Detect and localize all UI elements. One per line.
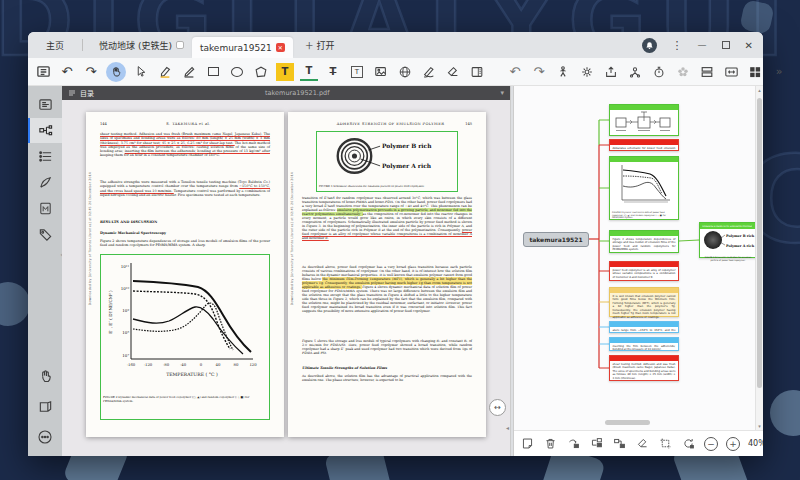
- rail-hand-icon[interactable]: [28, 364, 62, 389]
- link-globe-icon[interactable]: [396, 63, 414, 81]
- rail-markdown-note-icon[interactable]: [28, 196, 62, 221]
- text-highlight-icon[interactable]: T: [276, 63, 294, 81]
- outline-panel-icon[interactable]: [34, 63, 52, 81]
- maximize-button[interactable]: [722, 41, 730, 49]
- mindmap-vertical-scrollbar[interactable]: ▴ ▾: [755, 86, 763, 430]
- notification-icon[interactable]: [642, 38, 657, 53]
- mindmap-node-blue[interactable]: inserting the film between the adherends…: [609, 337, 679, 351]
- paragraph: shear testing method. Adhesion and was f…: [100, 132, 270, 158]
- document-filename[interactable]: takemura19521.pdf: [98, 89, 496, 97]
- settings-gear-icon[interactable]: [578, 63, 596, 81]
- eraser-icon[interactable]: [444, 63, 462, 81]
- svg-text:-120: -120: [144, 362, 153, 367]
- vertical-scroll-thumb[interactable]: [757, 98, 762, 388]
- tab-doc2-active[interactable]: takemura19521 ✕: [192, 37, 293, 58]
- mindmap-node-figure1[interactable]: [609, 104, 679, 136]
- mindmap-horizontal-scrollbar[interactable]: [514, 420, 753, 426]
- tab-doc2-close-icon[interactable]: ✕: [276, 43, 285, 52]
- undo-icon[interactable]: ↶: [58, 63, 76, 81]
- text-run: Figure 4 shows dynamic mechanical data o…: [302, 285, 472, 313]
- rail-tag-icon[interactable]: [28, 222, 62, 247]
- polygon-tool-icon[interactable]: [252, 63, 270, 81]
- detach-node-icon[interactable]: [566, 436, 581, 451]
- mm-redo-icon[interactable]: ↷: [530, 63, 548, 81]
- paragraph: Figure 5 shows the storage and loss modu…: [302, 339, 472, 355]
- rail-reader-icon[interactable]: [28, 394, 62, 419]
- zoom-in-button[interactable]: +: [726, 437, 740, 451]
- side-note-panel-icon[interactable]: [468, 63, 486, 81]
- mm-undo-icon[interactable]: ↶: [506, 63, 524, 81]
- filename-dropdown-icon[interactable]: ▾: [500, 89, 504, 97]
- tab-doc1-close-icon[interactable]: [176, 41, 184, 49]
- node-text: It is well known that emulsion polymer c…: [610, 293, 678, 321]
- toolbar-more-icon[interactable]: »: [770, 63, 788, 81]
- mindmap-node-blue[interactable]: ature range from −150°C to 150°C, and th…: [609, 321, 679, 333]
- mindmap-node-figure2[interactable]: FIGURE 2 Dynamic mechanical data of powe…: [609, 156, 679, 220]
- mindmap-panel: takemura19521 Apparatus schematic for po…: [514, 86, 763, 456]
- scroll-up-icon[interactable]: ▴: [756, 87, 763, 93]
- menu-kebab-icon[interactable]: ⋮: [672, 39, 683, 52]
- rail-pen-note-icon[interactable]: [28, 170, 62, 195]
- divider-collapse-icon[interactable]: ◂: [506, 424, 509, 431]
- minimize-button[interactable]: —: [698, 40, 707, 50]
- signature-pen-icon[interactable]: [420, 63, 438, 81]
- delete-node-icon[interactable]: [543, 436, 558, 451]
- zoom-out-button[interactable]: −: [704, 437, 718, 451]
- mindmap-node-red[interactable]: Apparatus schematic for power feed emuls…: [609, 139, 679, 151]
- grid-view-icon[interactable]: [746, 63, 764, 81]
- redo-icon[interactable]: ↷: [82, 63, 100, 81]
- timer-icon[interactable]: [650, 63, 668, 81]
- pencil-icon[interactable]: [180, 63, 198, 81]
- close-button[interactable]: ✕: [745, 40, 753, 51]
- fit-width-icon[interactable]: [722, 63, 740, 81]
- add-child-node-icon[interactable]: [589, 436, 604, 451]
- text-underline-icon[interactable]: T: [300, 63, 318, 81]
- spacer: [302, 122, 316, 126]
- annotation-toolbar: ↶ ↷ T T T T ↶ ↷ »: [28, 58, 763, 86]
- mindmap-node-red[interactable]: shear testing method. Adhesion and was f…: [609, 355, 679, 381]
- rail-outline-icon[interactable]: [28, 92, 62, 117]
- rail-bottom-group: [28, 364, 62, 450]
- select-cursor-icon[interactable]: [132, 63, 150, 81]
- mindmap-view-icon[interactable]: [626, 63, 644, 81]
- mindmap-child-node-figure3[interactable]: ADHESIVE STRENGTH OF EMULSION POLYMER Po…: [699, 222, 757, 258]
- figure2-annotation-box[interactable]: 10¹¹ 10¹⁰ 10⁹ 10⁸ 10⁷ -160 -120 -80 -40 …: [100, 254, 270, 420]
- open-file-button[interactable]: ＋ 打开: [305, 39, 335, 52]
- split-layout-icon[interactable]: [698, 63, 716, 81]
- tab-doc1[interactable]: 悦动地球 (史铁生): [91, 35, 192, 55]
- style-brush-icon[interactable]: [635, 436, 650, 451]
- image-annotation-icon[interactable]: [372, 63, 390, 81]
- add-sibling-node-icon[interactable]: [612, 436, 627, 451]
- figure3-annotation-box[interactable]: Polymer B rich Polymer A rich FIGURE 3 S…: [316, 131, 458, 192]
- scroll-down-icon[interactable]: ▾: [756, 423, 763, 429]
- screenshot-crop-icon[interactable]: [658, 436, 673, 451]
- plugin-flower-icon[interactable]: [674, 63, 692, 81]
- particle-diagram: Polymer B rich Polymer A rich: [700, 229, 756, 251]
- tab-home[interactable]: 主页: [46, 39, 64, 52]
- svg-text:Polymer A rich: Polymer A rich: [382, 162, 432, 170]
- highlighter-icon[interactable]: [156, 63, 174, 81]
- refresh-layout-icon[interactable]: [681, 436, 696, 451]
- mindmap-node-green-text[interactable]: Figure 2 shows temperature dependences o…: [609, 230, 679, 253]
- mindmap-root-node[interactable]: takemura19521: [523, 232, 589, 247]
- new-note-icon[interactable]: [520, 436, 535, 451]
- hand-tool-icon[interactable]: [106, 62, 126, 82]
- text-box-icon[interactable]: T: [348, 63, 366, 81]
- horizontal-scroll-thumb[interactable]: [605, 420, 650, 425]
- presentation-icon[interactable]: [554, 63, 572, 81]
- paragraph: The adhesive strengths were measured wit…: [100, 180, 270, 197]
- export-share-icon[interactable]: [602, 63, 620, 81]
- titlebar: 主页 悦动地球 (史铁生) takemura19521 ✕ ＋ 打开 ⋮ — ✕: [28, 32, 763, 58]
- rail-mindmap-icon[interactable]: [28, 118, 62, 143]
- node-header-text: ADHESIVE STRENGTH OF EMULSION POLYMER: [702, 225, 752, 228]
- mindmap-node-yellow[interactable]: It is well known that emulsion polymer c…: [609, 287, 679, 317]
- ellipse-tool-icon[interactable]: [228, 63, 246, 81]
- rail-more-icon[interactable]: [28, 424, 62, 449]
- rail-annotation-list-icon[interactable]: [28, 144, 62, 169]
- panel-swap-button[interactable]: ↔: [489, 399, 506, 416]
- toc-label[interactable]: 目录: [80, 88, 94, 98]
- rectangle-tool-icon[interactable]: [204, 63, 222, 81]
- running-head: ADHESIVE STRENGTH OF EMULSION POLYMER: [316, 122, 465, 126]
- text-strikethrough-icon[interactable]: T: [324, 63, 342, 81]
- mindmap-node-red[interactable]: power feed copolymer is an alloy of copo…: [609, 261, 679, 281]
